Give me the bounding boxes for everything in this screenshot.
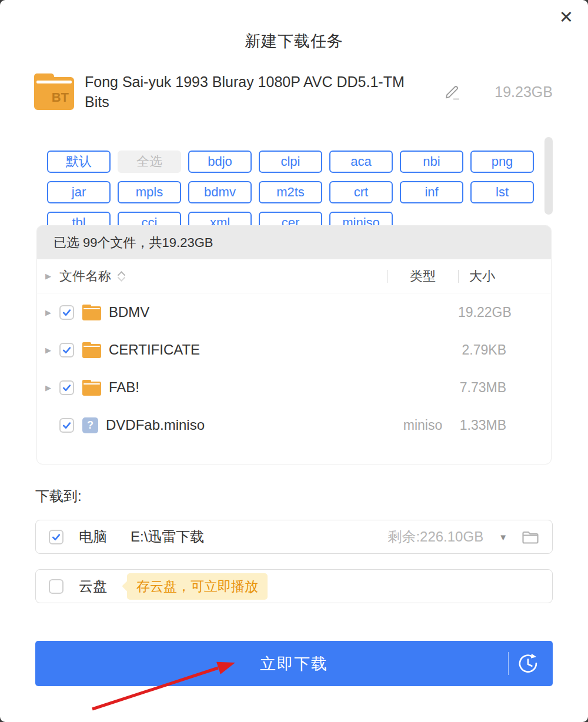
file-size: 2.79KB bbox=[458, 342, 551, 358]
file-row[interactable]: ▶?DVDFab.minisominiso1.33MB bbox=[37, 406, 551, 444]
file-list-header: ▶ 文件名称 类型 大小 bbox=[37, 259, 551, 293]
task-summary: BT Fong Sai-yuk 1993 Bluray 1080P AVC DD… bbox=[34, 72, 553, 112]
expand-icon[interactable]: ▶ bbox=[45, 383, 59, 392]
filter-button-全选[interactable]: 全选 bbox=[118, 151, 181, 173]
file-name: FAB! bbox=[109, 379, 139, 396]
row-checkbox[interactable] bbox=[59, 343, 74, 357]
selection-summary: 已选 99个文件，共19.23GB bbox=[37, 226, 551, 259]
filter-button-jar[interactable]: jar bbox=[47, 181, 111, 203]
filter-button-mpls[interactable]: mpls bbox=[118, 181, 181, 203]
filter-button-cci[interactable]: cci bbox=[118, 212, 181, 225]
destination-cloud-row[interactable]: 云盘 存云盘，可立即播放 bbox=[35, 569, 553, 603]
row-checkbox[interactable] bbox=[59, 305, 74, 320]
file-type: miniso bbox=[387, 417, 458, 433]
filter-button-xml[interactable]: xml bbox=[188, 212, 252, 225]
filter-button-clpi[interactable]: clpi bbox=[259, 151, 322, 173]
free-space: 剩余:226.10GB bbox=[387, 527, 483, 546]
schedule-download-icon[interactable] bbox=[517, 653, 539, 674]
file-rows: ▶BDMV19.22GB▶CERTIFICATE2.79KB▶FAB!7.73M… bbox=[37, 293, 551, 444]
file-name: DVDFab.miniso bbox=[106, 417, 205, 433]
file-row[interactable]: ▶FAB!7.73MB bbox=[37, 369, 551, 406]
collapse-all-icon[interactable]: ▶ bbox=[45, 272, 59, 280]
cloud-checkbox[interactable] bbox=[49, 579, 64, 594]
filter-button-cer[interactable]: cer bbox=[259, 212, 322, 225]
task-total-size: 19.23GB bbox=[495, 83, 553, 101]
file-list-panel: 已选 99个文件，共19.23GB ▶ 文件名称 类型 大小 ▶BDMV19.2… bbox=[36, 225, 552, 464]
column-type[interactable]: 类型 bbox=[387, 268, 458, 285]
folder-icon bbox=[82, 305, 101, 320]
filter-button-nbi[interactable]: nbi bbox=[400, 151, 463, 173]
file-size: 19.22GB bbox=[458, 305, 551, 320]
file-size: 7.73MB bbox=[458, 380, 551, 396]
edit-name-icon[interactable] bbox=[445, 83, 462, 100]
filter-button-默认[interactable]: 默认 bbox=[47, 151, 111, 173]
column-file-name[interactable]: 文件名称 bbox=[59, 268, 111, 285]
column-size[interactable]: 大小 bbox=[458, 268, 551, 285]
filter-button-lst[interactable]: lst bbox=[470, 181, 534, 203]
file-size: 1.33MB bbox=[458, 417, 551, 433]
local-checkbox[interactable] bbox=[49, 530, 64, 544]
row-checkbox[interactable] bbox=[59, 380, 74, 395]
filter-button-bdjo[interactable]: bdjo bbox=[188, 151, 252, 173]
sort-icon[interactable] bbox=[117, 271, 126, 282]
expand-icon[interactable]: ▶ bbox=[45, 308, 59, 317]
download-now-label: 立即下载 bbox=[260, 653, 328, 674]
file-row[interactable]: ▶BDMV19.22GB bbox=[37, 293, 551, 331]
bt-torrent-icon: BT bbox=[34, 73, 74, 110]
filter-button-aca[interactable]: aca bbox=[329, 151, 393, 173]
expand-icon[interactable]: ▶ bbox=[45, 346, 59, 355]
dialog-title: 新建下载任务 bbox=[0, 31, 588, 52]
filter-button-bdmv[interactable]: bdmv bbox=[188, 181, 252, 203]
folder-icon bbox=[82, 342, 101, 358]
row-checkbox[interactable] bbox=[59, 418, 74, 433]
chevron-down-icon[interactable]: ▼ bbox=[499, 532, 507, 542]
unknown-file-icon: ? bbox=[82, 417, 98, 433]
task-name: Fong Sai-yuk 1993 Bluray 1080P AVC DD5.1… bbox=[85, 72, 414, 112]
file-row[interactable]: ▶CERTIFICATE2.79KB bbox=[37, 331, 551, 369]
file-name: BDMV bbox=[109, 304, 149, 320]
download-to-label: 下载到: bbox=[35, 487, 82, 506]
browse-folder-icon[interactable] bbox=[522, 529, 539, 544]
file-name: CERTIFICATE bbox=[109, 342, 200, 358]
file-type-filter-list: 默认全选bdjoclpiacanbipngjarmplsbdmvm2tscrti… bbox=[47, 151, 534, 225]
filter-button-miniso[interactable]: miniso bbox=[329, 212, 393, 225]
filter-button-crt[interactable]: crt bbox=[329, 181, 393, 203]
destination-local-row[interactable]: 电脑 E:\迅雷下载 剩余:226.10GB ▼ bbox=[35, 520, 553, 554]
close-icon[interactable]: ✕ bbox=[556, 7, 576, 27]
download-now-button[interactable]: 立即下载 bbox=[35, 641, 553, 686]
filter-button-tbl[interactable]: tbl bbox=[47, 212, 111, 225]
local-path: E:\迅雷下载 bbox=[131, 527, 204, 546]
cloud-label: 云盘 bbox=[79, 577, 107, 596]
filter-button-png[interactable]: png bbox=[470, 151, 534, 173]
filter-button-inf[interactable]: inf bbox=[400, 181, 463, 203]
filters-scrollbar-thumb[interactable] bbox=[544, 137, 553, 215]
local-label: 电脑 bbox=[79, 527, 107, 546]
folder-icon bbox=[82, 380, 101, 396]
new-download-task-dialog: ✕ 新建下载任务 BT Fong Sai-yuk 1993 Bluray 108… bbox=[0, 0, 588, 722]
button-divider bbox=[508, 652, 509, 675]
filter-button-m2ts[interactable]: m2ts bbox=[259, 181, 322, 203]
cloud-tip-badge: 存云盘，可立即播放 bbox=[127, 573, 268, 600]
